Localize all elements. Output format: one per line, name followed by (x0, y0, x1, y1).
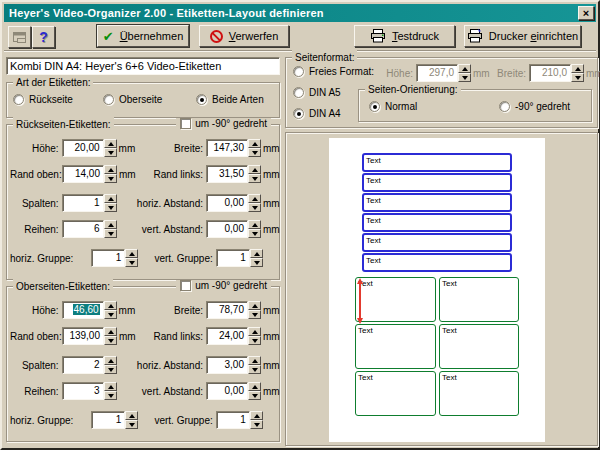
spin-down-button[interactable] (250, 258, 263, 267)
spin-up-button[interactable] (104, 165, 117, 174)
value-input[interactable]: 1 (91, 411, 125, 429)
spinner[interactable] (248, 356, 261, 374)
test-print-button[interactable]: Testdruck (354, 25, 455, 47)
rotate-back-checkbox[interactable]: um -90° gedreht (176, 118, 271, 129)
spinner[interactable] (248, 327, 261, 345)
spin-down-button[interactable] (104, 148, 117, 157)
value-input[interactable]: 46,60 (62, 301, 104, 319)
spin-field[interactable]: 1 (62, 194, 117, 212)
value-input[interactable]: 0,00 (206, 220, 248, 238)
checkbox-icon[interactable] (180, 280, 191, 291)
page-width-field[interactable]: 210,0 (529, 64, 584, 82)
help-button[interactable]: ? (32, 26, 55, 48)
spin-up-button[interactable] (104, 301, 117, 310)
spin-up-button[interactable] (248, 220, 261, 229)
value-input[interactable]: 297,0 (416, 64, 458, 82)
radio-icon[interactable] (13, 94, 24, 105)
value-input[interactable]: 1 (216, 249, 250, 267)
value-input[interactable]: 1 (62, 194, 104, 212)
value-input[interactable]: 3,00 (206, 356, 248, 374)
checkbox-icon[interactable] (180, 118, 191, 129)
spin-up-button[interactable] (248, 139, 261, 148)
spinner[interactable] (248, 301, 261, 319)
page-height-field[interactable]: 297,0 (416, 64, 471, 82)
spin-up-button[interactable] (104, 139, 117, 148)
spin-down-button[interactable] (571, 73, 584, 82)
spin-up-button[interactable] (125, 249, 138, 258)
spin-down-button[interactable] (104, 229, 117, 238)
spin-down-button[interactable] (125, 420, 138, 429)
spin-up-button[interactable] (248, 382, 261, 391)
radio-icon[interactable] (293, 87, 304, 98)
spin-down-button[interactable] (248, 174, 261, 183)
spin-up-button[interactable] (104, 194, 117, 203)
spin-down-button[interactable] (104, 391, 117, 400)
radio-icon[interactable] (369, 101, 380, 112)
value-input[interactable]: 3 (62, 382, 104, 400)
spin-up-button[interactable] (248, 327, 261, 336)
spinner[interactable] (104, 327, 117, 345)
spin-up-button[interactable] (458, 64, 471, 73)
radio-icon[interactable] (103, 94, 114, 105)
title-bar[interactable]: Heyer's Video-Organizer 2.00 - Etiketten… (4, 4, 596, 22)
spin-down-button[interactable] (104, 203, 117, 212)
spin-up-button[interactable] (250, 249, 263, 258)
value-input[interactable]: 31,50 (206, 165, 248, 183)
spin-up-button[interactable] (248, 301, 261, 310)
spin-down-button[interactable] (248, 229, 261, 238)
radio-freies-format[interactable]: Freies Format: (293, 66, 374, 77)
spin-down-button[interactable] (248, 365, 261, 374)
spin-up-button[interactable] (104, 356, 117, 365)
spin-field[interactable]: 14,00 (62, 165, 117, 183)
spin-down-button[interactable] (104, 365, 117, 374)
spinner[interactable] (248, 382, 261, 400)
spin-up-button[interactable] (248, 356, 261, 365)
value-input[interactable]: 2 (62, 356, 104, 374)
spin-field[interactable]: 1 (216, 411, 263, 429)
spin-field[interactable]: 0,00 (206, 194, 261, 212)
spinner[interactable] (248, 139, 261, 157)
spin-field[interactable]: 3 (62, 382, 117, 400)
value-input[interactable]: 0,00 (206, 382, 248, 400)
radio-rueckseite[interactable]: Rückseite (13, 94, 73, 105)
spin-field[interactable]: 31,50 (206, 165, 261, 183)
spin-field[interactable]: 24,00 (206, 327, 261, 345)
spin-field[interactable]: 46,60 (62, 301, 117, 319)
spin-field[interactable]: 147,30 (206, 139, 261, 157)
spin-down-button[interactable] (248, 336, 261, 345)
spin-up-button[interactable] (250, 411, 263, 420)
spinner[interactable] (104, 139, 117, 157)
rotate-top-checkbox[interactable]: um -90° gedreht (176, 280, 271, 291)
printer-setup-button[interactable]: Drucker einrichten (464, 25, 581, 47)
spin-down-button[interactable] (458, 73, 471, 82)
spinner[interactable] (104, 382, 117, 400)
spinner[interactable] (248, 220, 261, 238)
spinner[interactable] (250, 249, 263, 267)
spinner[interactable] (104, 356, 117, 374)
radio-din-a5[interactable]: DIN A5 (293, 87, 341, 98)
spin-up-button[interactable] (248, 165, 261, 174)
radio-oberseite[interactable]: Oberseite (103, 94, 162, 105)
value-input[interactable]: 78,70 (206, 301, 248, 319)
radio-beide-arten[interactable]: Beide Arten (196, 94, 264, 105)
spin-down-button[interactable] (125, 258, 138, 267)
radio-din-a4[interactable]: DIN A4 (293, 108, 341, 119)
spin-up-button[interactable] (248, 194, 261, 203)
spinner[interactable] (125, 411, 138, 429)
spinner[interactable] (248, 194, 261, 212)
radio-rotated[interactable]: -90° gedreht (499, 101, 570, 112)
spin-up-button[interactable] (571, 64, 584, 73)
spin-down-button[interactable] (248, 203, 261, 212)
spin-field[interactable]: 2 (62, 356, 117, 374)
radio-icon[interactable] (499, 101, 510, 112)
value-input[interactable]: 20,00 (62, 139, 104, 157)
spinner[interactable] (104, 301, 117, 319)
spin-field[interactable]: 0,00 (206, 220, 261, 238)
spin-down-button[interactable] (104, 336, 117, 345)
value-input[interactable]: 14,00 (62, 165, 104, 183)
layout-props-button[interactable] (8, 26, 31, 48)
spinner[interactable] (571, 64, 584, 82)
spinner[interactable] (458, 64, 471, 82)
spin-down-button[interactable] (104, 310, 117, 319)
radio-icon[interactable] (293, 108, 304, 119)
